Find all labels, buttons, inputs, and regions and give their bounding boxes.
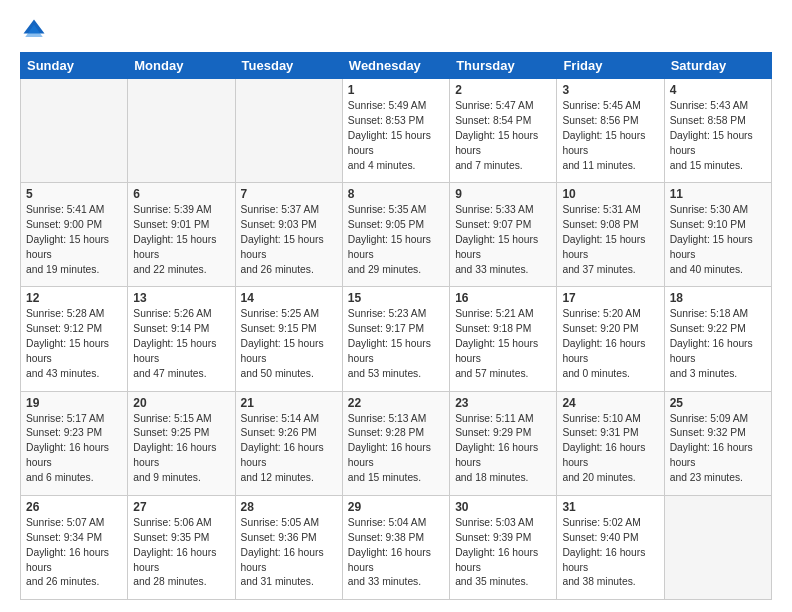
- sunset-label: Sunset: 9:20 PM: [562, 323, 638, 334]
- daylight-hours-label: Daylight: 16 hours hours: [455, 547, 538, 573]
- daylight-minutes-label: and 23 minutes.: [670, 472, 743, 483]
- day-number: 10: [562, 187, 658, 201]
- daylight-minutes-label: and 33 minutes.: [348, 576, 421, 587]
- calendar-cell: 21 Sunrise: 5:14 AMSunset: 9:26 PMDaylig…: [235, 391, 342, 495]
- sunset-label: Sunset: 9:26 PM: [241, 427, 317, 438]
- day-info: Sunrise: 5:14 AMSunset: 9:26 PMDaylight:…: [241, 412, 337, 487]
- day-number: 27: [133, 500, 229, 514]
- sunset-label: Sunset: 8:56 PM: [562, 115, 638, 126]
- day-number: 13: [133, 291, 229, 305]
- daylight-hours-label: Daylight: 16 hours hours: [562, 338, 645, 364]
- weekday-header-row: SundayMondayTuesdayWednesdayThursdayFrid…: [21, 53, 772, 79]
- calendar-cell: [664, 495, 771, 599]
- day-number: 22: [348, 396, 444, 410]
- daylight-hours-label: Daylight: 15 hours hours: [348, 234, 431, 260]
- daylight-hours-label: Daylight: 16 hours hours: [133, 442, 216, 468]
- calendar-cell: 10 Sunrise: 5:31 AMSunset: 9:08 PMDaylig…: [557, 183, 664, 287]
- day-number: 24: [562, 396, 658, 410]
- daylight-hours-label: Daylight: 16 hours hours: [241, 442, 324, 468]
- daylight-minutes-label: and 50 minutes.: [241, 368, 314, 379]
- daylight-hours-label: Daylight: 15 hours hours: [670, 130, 753, 156]
- sunrise-label: Sunrise: 5:47 AM: [455, 100, 533, 111]
- daylight-hours-label: Daylight: 16 hours hours: [455, 442, 538, 468]
- calendar-cell: 25 Sunrise: 5:09 AMSunset: 9:32 PMDaylig…: [664, 391, 771, 495]
- daylight-minutes-label: and 29 minutes.: [348, 264, 421, 275]
- calendar-cell: 3 Sunrise: 5:45 AMSunset: 8:56 PMDayligh…: [557, 79, 664, 183]
- calendar-cell: 6 Sunrise: 5:39 AMSunset: 9:01 PMDayligh…: [128, 183, 235, 287]
- day-info: Sunrise: 5:30 AMSunset: 9:10 PMDaylight:…: [670, 203, 766, 278]
- calendar-cell: [235, 79, 342, 183]
- day-number: 15: [348, 291, 444, 305]
- daylight-minutes-label: and 15 minutes.: [348, 472, 421, 483]
- daylight-hours-label: Daylight: 16 hours hours: [562, 547, 645, 573]
- sunset-label: Sunset: 9:07 PM: [455, 219, 531, 230]
- sunset-label: Sunset: 9:31 PM: [562, 427, 638, 438]
- sunset-label: Sunset: 8:53 PM: [348, 115, 424, 126]
- day-number: 7: [241, 187, 337, 201]
- daylight-minutes-label: and 33 minutes.: [455, 264, 528, 275]
- day-number: 18: [670, 291, 766, 305]
- daylight-hours-label: Daylight: 15 hours hours: [348, 338, 431, 364]
- day-number: 26: [26, 500, 122, 514]
- calendar-cell: 4 Sunrise: 5:43 AMSunset: 8:58 PMDayligh…: [664, 79, 771, 183]
- day-info: Sunrise: 5:07 AMSunset: 9:34 PMDaylight:…: [26, 516, 122, 591]
- sunrise-label: Sunrise: 5:03 AM: [455, 517, 533, 528]
- day-info: Sunrise: 5:03 AMSunset: 9:39 PMDaylight:…: [455, 516, 551, 591]
- sunrise-label: Sunrise: 5:06 AM: [133, 517, 211, 528]
- logo-icon: [20, 16, 48, 44]
- header: [20, 16, 772, 44]
- day-info: Sunrise: 5:39 AMSunset: 9:01 PMDaylight:…: [133, 203, 229, 278]
- daylight-hours-label: Daylight: 16 hours hours: [241, 547, 324, 573]
- day-info: Sunrise: 5:18 AMSunset: 9:22 PMDaylight:…: [670, 307, 766, 382]
- calendar-cell: 31 Sunrise: 5:02 AMSunset: 9:40 PMDaylig…: [557, 495, 664, 599]
- day-number: 29: [348, 500, 444, 514]
- day-info: Sunrise: 5:10 AMSunset: 9:31 PMDaylight:…: [562, 412, 658, 487]
- day-info: Sunrise: 5:20 AMSunset: 9:20 PMDaylight:…: [562, 307, 658, 382]
- sunset-label: Sunset: 9:38 PM: [348, 532, 424, 543]
- day-info: Sunrise: 5:23 AMSunset: 9:17 PMDaylight:…: [348, 307, 444, 382]
- calendar-cell: 27 Sunrise: 5:06 AMSunset: 9:35 PMDaylig…: [128, 495, 235, 599]
- sunset-label: Sunset: 8:54 PM: [455, 115, 531, 126]
- day-info: Sunrise: 5:02 AMSunset: 9:40 PMDaylight:…: [562, 516, 658, 591]
- day-info: Sunrise: 5:26 AMSunset: 9:14 PMDaylight:…: [133, 307, 229, 382]
- sunrise-label: Sunrise: 5:21 AM: [455, 308, 533, 319]
- daylight-minutes-label: and 4 minutes.: [348, 160, 416, 171]
- sunrise-label: Sunrise: 5:11 AM: [455, 413, 533, 424]
- calendar-cell: 24 Sunrise: 5:10 AMSunset: 9:31 PMDaylig…: [557, 391, 664, 495]
- sunrise-label: Sunrise: 5:17 AM: [26, 413, 104, 424]
- calendar-cell: 19 Sunrise: 5:17 AMSunset: 9:23 PMDaylig…: [21, 391, 128, 495]
- sunrise-label: Sunrise: 5:07 AM: [26, 517, 104, 528]
- sunrise-label: Sunrise: 5:20 AM: [562, 308, 640, 319]
- sunset-label: Sunset: 9:36 PM: [241, 532, 317, 543]
- day-number: 21: [241, 396, 337, 410]
- day-number: 23: [455, 396, 551, 410]
- daylight-minutes-label: and 57 minutes.: [455, 368, 528, 379]
- sunset-label: Sunset: 9:40 PM: [562, 532, 638, 543]
- daylight-hours-label: Daylight: 15 hours hours: [670, 234, 753, 260]
- sunset-label: Sunset: 9:12 PM: [26, 323, 102, 334]
- sunrise-label: Sunrise: 5:35 AM: [348, 204, 426, 215]
- sunrise-label: Sunrise: 5:02 AM: [562, 517, 640, 528]
- day-info: Sunrise: 5:35 AMSunset: 9:05 PMDaylight:…: [348, 203, 444, 278]
- logo: [20, 16, 52, 44]
- calendar-cell: 22 Sunrise: 5:13 AMSunset: 9:28 PMDaylig…: [342, 391, 449, 495]
- sunrise-label: Sunrise: 5:25 AM: [241, 308, 319, 319]
- calendar-cell: 26 Sunrise: 5:07 AMSunset: 9:34 PMDaylig…: [21, 495, 128, 599]
- calendar-cell: 1 Sunrise: 5:49 AMSunset: 8:53 PMDayligh…: [342, 79, 449, 183]
- sunrise-label: Sunrise: 5:39 AM: [133, 204, 211, 215]
- sunrise-label: Sunrise: 5:43 AM: [670, 100, 748, 111]
- calendar-cell: 12 Sunrise: 5:28 AMSunset: 9:12 PMDaylig…: [21, 287, 128, 391]
- weekday-header-tuesday: Tuesday: [235, 53, 342, 79]
- sunset-label: Sunset: 9:00 PM: [26, 219, 102, 230]
- day-number: 2: [455, 83, 551, 97]
- day-info: Sunrise: 5:25 AMSunset: 9:15 PMDaylight:…: [241, 307, 337, 382]
- daylight-minutes-label: and 12 minutes.: [241, 472, 314, 483]
- sunrise-label: Sunrise: 5:49 AM: [348, 100, 426, 111]
- sunrise-label: Sunrise: 5:45 AM: [562, 100, 640, 111]
- day-number: 20: [133, 396, 229, 410]
- day-info: Sunrise: 5:04 AMSunset: 9:38 PMDaylight:…: [348, 516, 444, 591]
- day-info: Sunrise: 5:47 AMSunset: 8:54 PMDaylight:…: [455, 99, 551, 174]
- daylight-minutes-label: and 35 minutes.: [455, 576, 528, 587]
- daylight-minutes-label: and 20 minutes.: [562, 472, 635, 483]
- sunrise-label: Sunrise: 5:28 AM: [26, 308, 104, 319]
